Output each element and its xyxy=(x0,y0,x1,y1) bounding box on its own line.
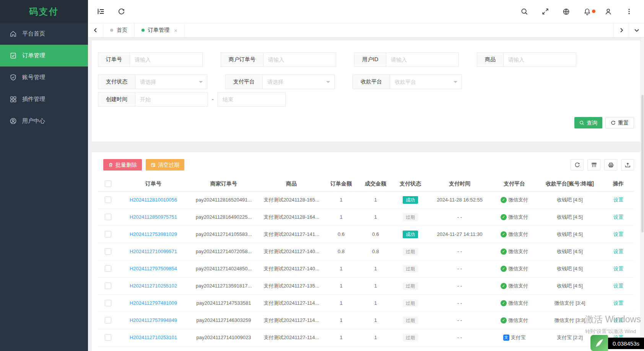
filter-text-input[interactable] xyxy=(504,52,576,67)
status-badge: 过期 xyxy=(403,265,418,273)
notification-icon[interactable] xyxy=(584,8,591,15)
order-number-link[interactable]: H2024112753981029 xyxy=(130,231,177,237)
paid-amount: 0.8 xyxy=(358,243,393,260)
sidebar-item-platform-home[interactable]: 平台首页 xyxy=(0,23,88,45)
tabs-scroll-right-icon[interactable] xyxy=(613,23,629,37)
platform-label: 微信支付 xyxy=(508,283,528,289)
platform-label: 支付宝 xyxy=(511,334,526,341)
tabs-menu-chevron-down-icon[interactable] xyxy=(629,23,644,37)
fullscreen-icon[interactable] xyxy=(542,8,549,15)
settings-link[interactable]: 设置 xyxy=(613,231,623,237)
sidebar-item-user-center[interactable]: 用户中心 xyxy=(0,110,88,132)
create-time-field: 创建时间 - xyxy=(98,92,286,107)
row-checkbox[interactable] xyxy=(105,231,111,237)
paid-amount: 1 xyxy=(358,208,393,226)
clear-expired-button[interactable]: 清空过期 xyxy=(146,159,184,171)
search-icon[interactable] xyxy=(521,8,528,15)
filter-row-date: 创建时间 - xyxy=(98,92,634,107)
scrollbar-thumb[interactable] xyxy=(641,95,644,232)
user-icon[interactable] xyxy=(605,8,612,15)
wechat-pay-icon: ✓ xyxy=(501,197,507,203)
column-header: 商品 xyxy=(259,177,324,191)
settings-link[interactable]: 设置 xyxy=(613,249,623,254)
collapse-menu-icon[interactable] xyxy=(97,8,105,15)
order-number-link[interactable]: H2024112710255102 xyxy=(130,283,177,289)
tabbar-spacer xyxy=(185,23,613,37)
refresh-icon[interactable] xyxy=(571,159,584,171)
tab-order-management[interactable]: 订单管理 × xyxy=(135,23,185,37)
print-icon[interactable] xyxy=(604,159,617,171)
settings-link[interactable]: 设置 xyxy=(613,300,623,306)
order-number-link[interactable]: H2024112757994849 xyxy=(130,317,177,323)
filter-select-input[interactable] xyxy=(390,75,462,89)
product-name: 支付测试20241127-114... xyxy=(259,312,324,329)
receive-platform: 收钱吧 [4:5] xyxy=(537,277,603,294)
row-checkbox[interactable] xyxy=(105,248,111,255)
platform-label: 微信支付 xyxy=(508,248,528,255)
row-checkbox[interactable] xyxy=(105,197,111,203)
search-button[interactable]: 查询 xyxy=(574,117,602,128)
calendar-clock-icon xyxy=(151,162,156,167)
settings-link[interactable]: 设置 xyxy=(613,266,623,271)
order-number-link[interactable]: H2024112850975751 xyxy=(130,214,177,220)
sidebar-item-order-management[interactable]: 订单管理 xyxy=(0,45,88,67)
order-number-link[interactable]: H2024112797509854 xyxy=(130,266,177,271)
filter-text-input[interactable] xyxy=(130,52,203,67)
merchant-order-number: pay20241127147533581 xyxy=(189,294,259,312)
select-all-checkbox[interactable] xyxy=(105,180,111,187)
filter-select-field: 支付状态 xyxy=(98,75,207,89)
paid-amount: 1 xyxy=(358,312,393,329)
filter-text-input[interactable] xyxy=(263,52,336,67)
pay-time: - - xyxy=(428,260,492,277)
wechat-pay-icon: ✓ xyxy=(501,283,507,289)
status-badge: 过期 xyxy=(403,317,418,324)
row-checkbox[interactable] xyxy=(105,334,111,341)
row-checkbox[interactable] xyxy=(105,283,111,289)
row-checkbox[interactable] xyxy=(105,265,111,272)
order-amount: 1 xyxy=(324,277,358,294)
order-amount: 1 xyxy=(324,260,358,277)
settings-link[interactable]: 设置 xyxy=(613,283,623,289)
tabs-scroll-left-icon[interactable] xyxy=(88,23,103,37)
order-number-link[interactable]: H2024112710099571 xyxy=(130,249,177,254)
alipay-icon: 支 xyxy=(503,335,509,341)
sidebar-item-account-management[interactable]: 账号管理 xyxy=(0,67,88,88)
settings-link[interactable]: 设置 xyxy=(613,317,623,323)
order-number-link[interactable]: H2024112710253101 xyxy=(130,335,177,340)
settings-link[interactable]: 设置 xyxy=(613,214,623,220)
filter-row-select: 支付状态 支付平台 收款平台 xyxy=(98,75,634,89)
filter-select-input[interactable] xyxy=(263,75,335,89)
row-checkbox[interactable] xyxy=(105,214,111,220)
order-number-link[interactable]: H2024112797481009 xyxy=(130,300,177,306)
export-icon[interactable] xyxy=(621,159,634,171)
receive-platform: 收钱吧 [4:5] xyxy=(537,208,603,226)
table-row: H2024112850975751 pay2024112816490225...… xyxy=(98,208,634,226)
column-header: 商家订单号 xyxy=(189,177,259,191)
date-end-input[interactable] xyxy=(218,92,286,107)
scrollbar-track xyxy=(641,37,644,351)
reset-button[interactable]: 重置 xyxy=(605,117,634,128)
row-checkbox[interactable] xyxy=(105,317,111,323)
settings-link[interactable]: 设置 xyxy=(613,197,623,203)
column-header: 订单号 xyxy=(118,177,189,191)
product-name: 支付测试20241127-141... xyxy=(259,226,324,243)
language-icon[interactable] xyxy=(563,8,570,15)
columns-icon[interactable] xyxy=(587,159,600,171)
paid-amount: 1 xyxy=(358,329,393,346)
refresh-icon[interactable] xyxy=(118,8,125,15)
order-number-link[interactable]: H2024112810010056 xyxy=(130,197,177,203)
row-checkbox[interactable] xyxy=(105,300,111,306)
pay-platform: ✓ 微信支付 xyxy=(501,317,528,324)
more-icon[interactable] xyxy=(626,8,633,15)
tab-home[interactable]: 首页 xyxy=(103,23,135,37)
filter-text-input[interactable] xyxy=(386,52,459,67)
sidebar-item-plugin-management[interactable]: 插件管理 xyxy=(0,88,88,110)
pay-platform: ✓ 微信支付 xyxy=(501,214,528,221)
batch-delete-button[interactable]: 批量删除 xyxy=(103,159,142,171)
filter-select-input[interactable] xyxy=(135,75,207,89)
filter-field: 商品 xyxy=(477,52,576,67)
page-render-time: 0.038453s xyxy=(608,338,644,349)
date-start-input[interactable] xyxy=(135,92,208,107)
tab-close-icon[interactable]: × xyxy=(174,28,177,33)
pay-time: - - xyxy=(428,329,492,346)
